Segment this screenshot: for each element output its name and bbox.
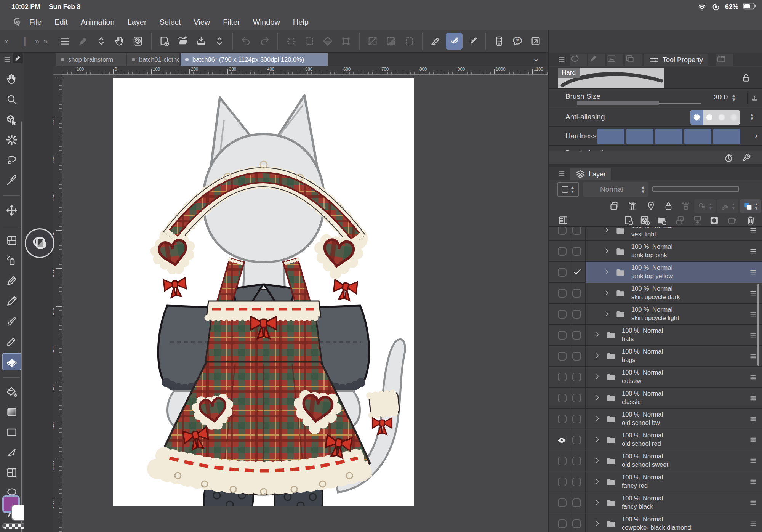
layer-select-checkbox[interactable] — [572, 436, 581, 444]
new-canvas-button[interactable] — [156, 33, 173, 50]
new-raster-layer-icon[interactable] — [623, 215, 634, 226]
delete-layer-icon[interactable] — [745, 215, 756, 226]
snap-to-special-ruler-button[interactable] — [446, 33, 463, 50]
tab-animation[interactable] — [716, 54, 733, 66]
hardness-segment-3[interactable] — [655, 129, 682, 144]
brush-size-value[interactable]: 30.0 — [714, 93, 728, 101]
subtool-pen-icon[interactable] — [13, 53, 23, 63]
hardness-expand-icon[interactable]: › — [755, 131, 757, 140]
current-tool-button[interactable] — [75, 33, 91, 50]
layer-visibility-checkbox[interactable] — [558, 352, 567, 361]
layer-expand-chevron-icon[interactable] — [594, 436, 601, 445]
transform-selection-button[interactable] — [338, 33, 354, 50]
layer-row-cutsew[interactable]: 100 % Normalcutsew — [549, 367, 762, 388]
layer-visibility-checkbox[interactable] — [558, 498, 567, 507]
expand-panel-icon-1[interactable]: » — [35, 36, 40, 46]
tab-layer[interactable]: Layer — [570, 168, 611, 180]
new-layer-by-type-icon[interactable] — [639, 215, 650, 226]
menu-layer[interactable]: Layer — [121, 16, 153, 29]
zoom-tool[interactable] — [2, 91, 21, 108]
layer-select-checkbox[interactable] — [572, 519, 581, 528]
layer-row-menu-icon[interactable] — [749, 289, 757, 299]
brush-size-fill[interactable] — [577, 101, 659, 105]
layer-row-menu-icon[interactable] — [749, 415, 757, 425]
layer-expand-chevron-icon[interactable] — [594, 373, 601, 382]
layer-expand-chevron-icon[interactable] — [594, 457, 601, 466]
reselect-button[interactable] — [301, 33, 318, 50]
tool-switch-stepper[interactable] — [93, 33, 110, 50]
layer-row-cowpoke-black-diamond[interactable]: 100 % Normalcowpoke- black diamond — [549, 513, 762, 532]
menu-edit[interactable]: Edit — [48, 16, 74, 29]
anti-alias-weak-option[interactable] — [703, 110, 716, 125]
airbrush-tool[interactable] — [2, 252, 21, 269]
layer-select-checkbox[interactable] — [572, 310, 581, 319]
auto-select-tool[interactable] — [2, 131, 21, 149]
tab-window[interactable] — [625, 54, 642, 66]
anti-alias-strong-option[interactable] — [728, 110, 740, 125]
collapse-left-panel-icon[interactable]: « — [4, 36, 8, 46]
layer-visibility-checkbox[interactable] — [558, 415, 567, 423]
layer-expand-chevron-icon[interactable] — [603, 247, 610, 256]
layer-row-fancy-black[interactable]: 100 % Normalfancy black — [549, 492, 762, 513]
frame-border-tool[interactable] — [2, 232, 21, 249]
hardness-segment-2[interactable] — [626, 129, 653, 144]
anti-alias-medium-option[interactable] — [716, 110, 728, 125]
layer-select-checkbox[interactable] — [572, 227, 581, 235]
layer-expand-chevron-icon[interactable] — [603, 310, 610, 319]
layer-expand-chevron-icon[interactable] — [603, 289, 610, 298]
document-tab-1[interactable]: shop brainstorm — [56, 53, 126, 66]
menu-help[interactable]: Help — [287, 16, 315, 29]
undo-button[interactable] — [238, 33, 255, 50]
layer-visibility-checkbox[interactable] — [558, 457, 567, 465]
layer-expand-chevron-icon[interactable] — [594, 352, 601, 361]
brush-tool[interactable] — [2, 312, 21, 330]
layer-row-vest-light[interactable]: 100 % Normalvest light — [549, 227, 762, 241]
tab-subtool[interactable] — [570, 54, 587, 66]
transparent-color-swatch[interactable] — [2, 523, 27, 529]
layer-visibility-checkbox[interactable] — [558, 478, 567, 486]
layer-row-old-school-red[interactable]: 100 % Normalold school red — [549, 429, 762, 450]
layer-row-menu-icon[interactable] — [749, 457, 757, 467]
panel-menu-icon[interactable] — [557, 56, 566, 63]
layer-visibility-checkbox[interactable] — [558, 310, 567, 319]
layer-row-fancy-red[interactable]: 100 % Normalfancy red — [549, 471, 762, 492]
layer-expand-chevron-icon[interactable] — [594, 520, 601, 529]
layer-select-checkbox[interactable] — [572, 498, 581, 507]
layer-visibility-checkbox[interactable] — [558, 373, 567, 381]
reset-initial-icon[interactable] — [724, 153, 734, 163]
layer-row-old-school-bw[interactable]: 100 % Normalold school bw — [549, 409, 762, 429]
lock-layer-icon[interactable] — [663, 200, 674, 212]
layer-row-menu-icon[interactable] — [749, 247, 757, 257]
tab-brush[interactable] — [588, 54, 605, 66]
eyedropper-tool[interactable] — [2, 171, 21, 189]
link-mask-control[interactable]: ▲▼ — [717, 199, 738, 213]
layer-check-icon[interactable] — [572, 267, 582, 278]
save-button[interactable] — [193, 33, 210, 50]
layer-visibility-checkbox[interactable] — [558, 331, 567, 340]
tab-tool-property[interactable]: Tool Property — [644, 54, 708, 66]
layer-row-skirt-upcycle-light[interactable]: 100 % Normalskirt upcycle light — [549, 304, 762, 325]
draft-layer-icon[interactable] — [645, 200, 656, 212]
menu-file[interactable]: File — [23, 16, 48, 29]
layer-row-menu-icon[interactable] — [749, 310, 757, 320]
new-layer-folder-icon[interactable] — [656, 215, 667, 226]
reference-layer-icon[interactable] — [627, 200, 638, 212]
layer-row-menu-icon[interactable] — [749, 352, 757, 362]
redo-button[interactable] — [256, 33, 273, 50]
layer-expand-chevron-icon[interactable] — [603, 227, 610, 235]
anti-alias-none-option[interactable] — [690, 110, 703, 125]
snap-to-ruler-button[interactable] — [427, 33, 444, 50]
lasso-tool[interactable] — [2, 151, 21, 169]
deselect-button[interactable] — [283, 33, 299, 50]
layer-expand-chevron-icon[interactable] — [594, 499, 601, 508]
tab-subview[interactable] — [607, 54, 623, 66]
layer-select-checkbox[interactable] — [572, 415, 581, 423]
companion-mode-button[interactable] — [491, 33, 507, 50]
layer-row-bags[interactable]: 100 % Normalbags — [549, 346, 762, 367]
document-tab-3[interactable]: batch06* (790 x 1124px 300dpi 120.0%) — [181, 53, 328, 66]
layer-select-checkbox[interactable] — [572, 289, 581, 298]
layer-row-menu-icon[interactable] — [749, 268, 757, 278]
layer-select-checkbox[interactable] — [572, 331, 581, 340]
layer-visibility-checkbox[interactable] — [558, 519, 567, 528]
menu-view[interactable]: View — [187, 16, 216, 29]
